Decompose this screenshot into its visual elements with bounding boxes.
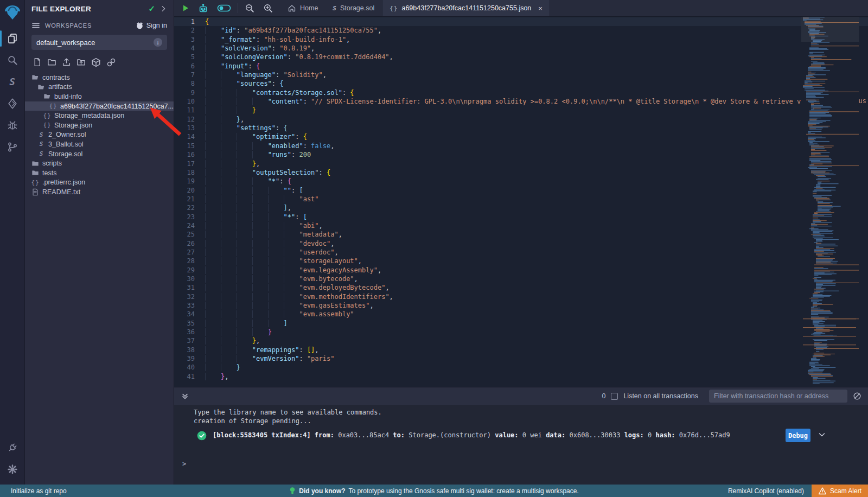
rail-item-deploy-run[interactable] [0, 93, 25, 114]
workspace-cube-icon[interactable] [91, 58, 101, 67]
editor-line[interactable]: 5 "solcLongVersion": "0.8.19+commit.7dd6… [174, 53, 868, 61]
editor-line[interactable]: 24 "abi", [174, 221, 868, 230]
editor-line[interactable]: 30 "evm.bytecode", [174, 275, 868, 283]
new-file-icon[interactable] [33, 58, 42, 67]
tree-item[interactable]: S3_Ballot.sol [25, 139, 174, 149]
editor-line[interactable]: 41 }, [174, 372, 868, 381]
editor-line[interactable]: 15 "enabled": false, [174, 142, 868, 150]
transaction-log-row[interactable]: [block:5583405 txIndex:4] from: 0xa03...… [174, 429, 868, 443]
collapse-terminal-icon[interactable] [181, 392, 189, 400]
scam-alert-button[interactable]: Scam Alert [812, 485, 868, 497]
copilot-status[interactable]: RemixAI Copilot (enabled) [728, 487, 812, 495]
editor-line[interactable]: 36 } [174, 328, 868, 336]
editor-line[interactable]: 3 "_format": "hh-sol-build-info-1", [174, 35, 868, 44]
close-tab-icon[interactable]: × [538, 4, 542, 12]
transaction-filter-input[interactable] [709, 390, 847, 403]
clear-console-icon[interactable] [853, 392, 861, 400]
file-tree: contractsartifactsbuild-info{}a69b43f277… [25, 73, 174, 197]
tab-a69b43f277ba20fcac141151250ca755-json[interactable]: {}a69b43f277ba20fcac141151250ca755.json× [382, 0, 550, 16]
run-script-button[interactable] [177, 0, 194, 16]
editor-line[interactable]: 23 "*": [ [174, 213, 868, 221]
ai-copilot-icon[interactable] [194, 0, 213, 16]
editor-line[interactable]: 33 "evm.gasEstimates", [174, 301, 868, 310]
editor-line[interactable]: 35 ] [174, 319, 868, 328]
sign-in-button[interactable]: Sign in [136, 22, 167, 30]
upload-file-icon[interactable] [62, 58, 71, 67]
editor-line[interactable]: 10 "content": "// SPDX-License-Identifie… [174, 97, 868, 106]
editor-line[interactable]: 11 } [174, 106, 868, 114]
listen-checkbox[interactable] [611, 393, 618, 400]
editor-line[interactable]: 34 "evm.assembly" [174, 310, 868, 318]
editor-line[interactable]: 25 "metadata", [174, 230, 868, 239]
code-editor[interactable]: 1{2 "id": "a69b43f277ba20fcac141151250ca… [174, 17, 868, 387]
editor-line[interactable]: 6 "input": { [174, 62, 868, 71]
tab-storage-sol[interactable]: SStorage.sol [326, 0, 382, 16]
editor-line[interactable]: 14 "optimizer": { [174, 132, 868, 141]
editor-line[interactable]: 7 "language": "Solidity", [174, 71, 868, 79]
rail-item-debugger[interactable] [0, 114, 25, 136]
editor-line[interactable]: 13 "settings": { [174, 124, 868, 132]
editor-line[interactable]: 2 "id": "a69b43f277ba20fcac141151250ca75… [174, 26, 868, 35]
tree-item[interactable]: SStorage.sol [25, 149, 174, 159]
tree-item[interactable]: contracts [25, 73, 174, 82]
tab-home[interactable]: Home [280, 0, 326, 16]
minimap-slider[interactable] [801, 17, 859, 42]
editor-line[interactable]: 27 "userdoc", [174, 248, 868, 257]
zoom-out-button[interactable] [240, 0, 259, 16]
tree-item[interactable]: {}Storage.json [25, 120, 174, 130]
expand-transaction-icon[interactable] [818, 430, 826, 439]
editor-line[interactable]: 22 ], [174, 203, 868, 212]
tree-item[interactable]: {}Storage_metadata.json [25, 111, 174, 120]
terminal-prompt[interactable]: > [182, 460, 186, 468]
rail-item-settings[interactable] [0, 458, 25, 480]
editor-line[interactable]: 1{ [174, 17, 868, 26]
link-icon[interactable] [106, 58, 116, 67]
editor-line[interactable]: 17 }, [174, 160, 868, 168]
new-folder-icon[interactable] [47, 58, 56, 67]
tree-item-label: contracts [42, 74, 70, 81]
tree-item[interactable]: build-info [25, 92, 174, 101]
workspace-select[interactable]: default_workspace ↕ [31, 35, 167, 50]
remix-logo-icon[interactable] [4, 4, 21, 21]
editor-line[interactable]: 4 "solcVersion": "0.8.19", [174, 44, 868, 53]
editor-line[interactable]: 8 "sources": { [174, 79, 868, 88]
tree-item[interactable]: tests [25, 168, 174, 178]
editor-line[interactable]: 40 } [174, 363, 868, 372]
editor-line[interactable]: 21 "ast" [174, 195, 868, 203]
hamburger-menu-icon[interactable] [31, 21, 40, 30]
rail-item-git[interactable] [0, 136, 25, 158]
debug-button[interactable]: Debug [786, 429, 810, 442]
tree-item[interactable]: {}.prettierrc.json [25, 178, 174, 188]
editor-line[interactable]: 39 "evmVersion": "paris" [174, 354, 868, 363]
git-init-button[interactable]: Initialize as git repo [0, 487, 67, 495]
editor-line[interactable]: 20 "": [ [174, 186, 868, 195]
editor-line[interactable]: 28 "storageLayout", [174, 257, 868, 265]
rail-item-file-explorer[interactable] [0, 28, 25, 49]
tree-item[interactable]: artifacts [25, 82, 174, 92]
rail-item-search[interactable] [0, 49, 25, 71]
transaction-summary: [block:5583405 txIndex:4] from: 0xa03...… [213, 431, 730, 439]
editor-line[interactable]: 19 "*": { [174, 177, 868, 186]
editor-line[interactable]: 32 "evm.methodIdentifiers", [174, 292, 868, 301]
chevron-right-icon[interactable] [159, 5, 167, 12]
rail-item-plugin-manager[interactable] [0, 437, 25, 458]
tree-item[interactable]: S2_Owner.sol [25, 130, 174, 140]
editor-line[interactable]: 16 "runs": 200 [174, 150, 868, 159]
editor-line[interactable]: 26 "devdoc", [174, 239, 868, 248]
rail-item-solidity-compiler[interactable]: S [0, 71, 25, 93]
minimap[interactable] [801, 17, 859, 387]
editor-line[interactable]: 31 "evm.deployedBytecode", [174, 283, 868, 292]
editor-line[interactable]: 37 }, [174, 336, 868, 345]
upload-folder-icon[interactable] [76, 58, 86, 67]
tree-item[interactable]: README.txt [25, 187, 174, 197]
tree-item[interactable]: scripts [25, 158, 174, 168]
editor-line[interactable]: 29 "evm.legacyAssembly", [174, 266, 868, 275]
editor-line[interactable]: 12 }, [174, 115, 868, 124]
editor-line[interactable]: 9 "contracts/Storage.sol": { [174, 88, 868, 97]
editor-line[interactable]: 18 "outputSelection": { [174, 168, 868, 177]
tree-item[interactable]: {}a69b43f277ba20fcac141151250ca7... [25, 101, 174, 111]
zoom-in-button[interactable] [259, 0, 277, 16]
ai-toggle[interactable] [213, 0, 235, 16]
editor-line[interactable]: 38 "remappings": [], [174, 346, 868, 354]
terminal[interactable]: Type the library name to see available c… [174, 405, 868, 485]
